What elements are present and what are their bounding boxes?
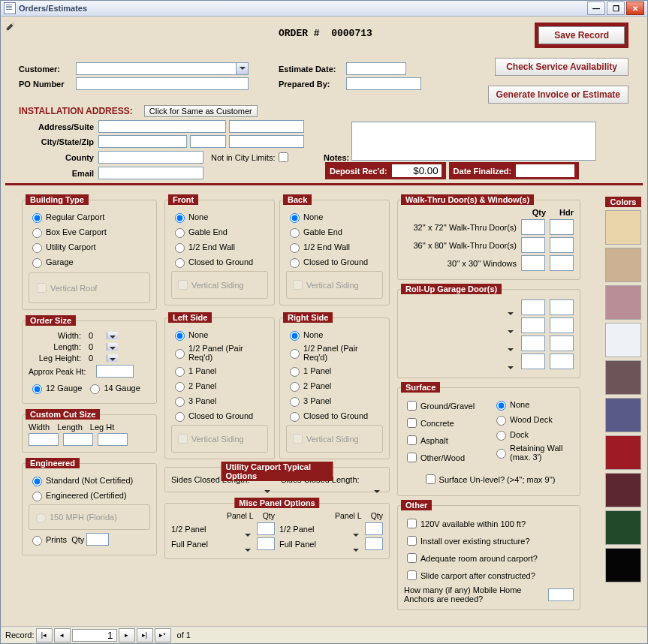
sf-unlevel-check[interactable] [426,474,436,484]
ru4-b[interactable] [550,354,574,369]
left-closed-radio[interactable] [175,412,185,422]
sf-retwall-radio[interactable] [496,449,506,459]
front-closed-radio[interactable] [175,258,185,268]
back-closed-radio[interactable] [290,258,300,268]
color-swatch-9[interactable] [605,548,641,582]
right-2p-radio[interactable] [290,382,300,392]
mp-half-r-qty[interactable] [365,522,383,535]
right-1p-radio[interactable] [290,367,300,377]
front-gable-radio[interactable] [175,228,185,238]
oth-room-check[interactable] [407,553,417,563]
sf-dock-radio[interactable] [496,431,506,441]
chevron-down-icon[interactable] [107,354,118,362]
color-swatch-0[interactable] [605,210,641,245]
color-swatch-7[interactable] [605,473,641,507]
sf-ground-check[interactable] [407,401,417,411]
ru3-a[interactable] [521,336,545,351]
peak-height-input[interactable] [96,365,134,378]
city-input[interactable] [98,135,187,148]
estimate-date-input[interactable] [346,62,406,75]
regular-carport-radio[interactable] [32,213,42,223]
prints-qty-input[interactable] [86,533,109,546]
date-finalized-input[interactable] [516,164,574,177]
not-city-checkbox[interactable] [279,152,288,162]
close-button[interactable]: ✕ [626,2,644,15]
color-swatch-6[interactable] [605,435,641,470]
record-position-input[interactable] [72,629,117,642]
right-half-radio[interactable] [290,349,300,359]
chevron-down-icon[interactable] [107,343,118,351]
color-swatch-4[interactable] [605,360,641,395]
customer-combo[interactable] [76,62,249,75]
wt2-hdr[interactable] [550,237,574,253]
sf-none-radio[interactable] [496,401,506,411]
wt2-qty[interactable] [521,237,545,253]
anchors-input[interactable] [548,588,574,601]
leg-height-combo[interactable]: 0 [86,354,119,363]
front-none-radio[interactable] [175,213,185,223]
wt1-hdr[interactable] [550,219,574,235]
box-eve-radio[interactable] [32,228,42,238]
color-swatch-2[interactable] [605,285,641,320]
prepared-by-input[interactable] [346,77,421,90]
back-half-radio[interactable] [290,243,300,253]
wt3-hdr[interactable] [550,255,574,271]
color-swatch-1[interactable] [605,248,641,282]
certified-radio[interactable] [32,492,42,501]
sf-concrete-check[interactable] [407,418,417,428]
ru1-b[interactable] [550,299,574,315]
cc-length-input[interactable] [63,433,93,446]
mp-half-l-qty[interactable] [257,522,275,535]
check-service-button[interactable]: Check Service Availability [495,58,628,76]
zip-input[interactable] [229,135,304,148]
chevron-down-icon[interactable] [107,332,118,339]
color-swatch-8[interactable] [605,510,641,545]
left-2p-radio[interactable] [175,382,185,392]
back-gable-radio[interactable] [290,228,300,238]
back-none-radio[interactable] [290,213,300,223]
prints-radio[interactable] [32,536,42,546]
address-input[interactable] [98,120,226,133]
notes-textarea[interactable] [351,122,596,161]
nav-last-button[interactable]: ▸| [137,628,153,642]
left-1p-radio[interactable] [175,367,185,377]
county-input[interactable] [98,151,203,164]
ru1-a[interactable] [521,299,545,315]
ru2-b[interactable] [550,317,574,333]
wt1-qty[interactable] [521,219,545,235]
minimize-button[interactable]: — [587,2,605,15]
front-half-radio[interactable] [175,243,185,253]
po-input[interactable] [76,77,249,90]
oth-slide-check[interactable] [407,570,417,580]
ru3-b[interactable] [550,336,574,351]
wt3-qty[interactable] [521,255,545,271]
left-3p-radio[interactable] [175,397,185,407]
mp-full-l-qty[interactable] [257,537,275,550]
generate-invoice-button[interactable]: Generate Invoice or Estimate [488,86,628,104]
length-combo[interactable]: 0 [86,342,119,351]
maximize-button[interactable]: ❐ [607,2,625,15]
right-closed-radio[interactable] [290,412,300,422]
save-record-button[interactable]: Save Record [538,26,625,44]
ru2-a[interactable] [521,317,545,333]
email-input[interactable] [98,167,203,179]
left-none-radio[interactable] [175,331,185,341]
same-as-customer-button[interactable]: Click for Same as Customer [144,105,258,117]
chevron-down-icon[interactable] [236,63,248,74]
cc-width-input[interactable] [29,433,59,446]
nav-prev-button[interactable]: ◂ [54,628,71,642]
deposit-input[interactable] [392,164,442,177]
standard-radio[interactable] [32,477,42,486]
right-none-radio[interactable] [290,331,300,341]
gauge-12-radio[interactable] [32,384,42,394]
state-input[interactable] [190,135,226,148]
nav-first-button[interactable]: |◂ [36,628,53,642]
nav-next-button[interactable]: ▸ [119,628,135,642]
left-half-radio[interactable] [175,349,185,359]
garage-radio[interactable] [32,258,42,268]
nav-new-button[interactable]: ▸* [155,628,171,642]
sf-asphalt-check[interactable] [407,435,417,445]
width-combo[interactable]: 0 [86,331,119,340]
color-swatch-5[interactable] [605,398,641,432]
color-swatch-3[interactable] [605,323,641,357]
